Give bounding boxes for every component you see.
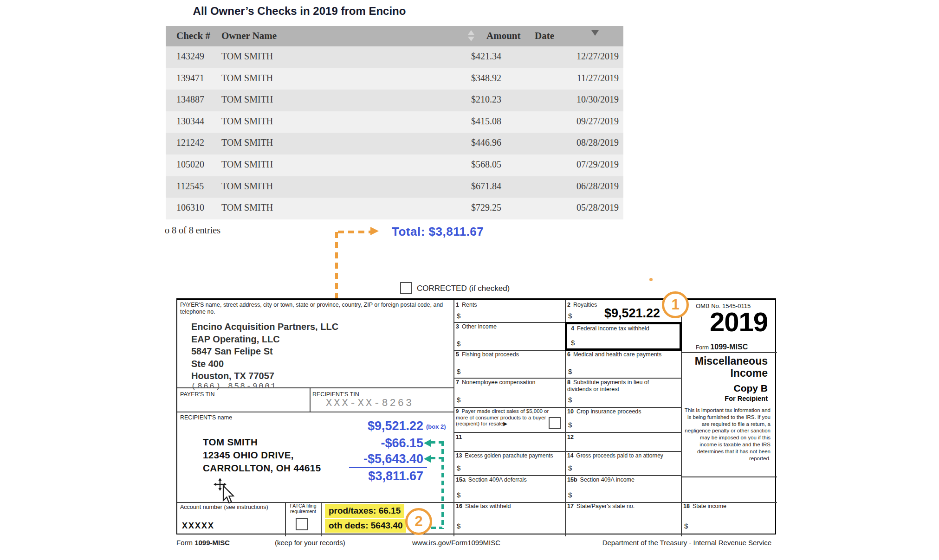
box9-label: 9Payer made direct sales of $5,000 or mo…	[456, 408, 555, 427]
table-cell: TOM SMITH	[221, 116, 273, 127]
table-cell: 10/30/2019	[556, 94, 619, 105]
orange-arrowhead-icon	[370, 227, 379, 235]
divider	[453, 300, 454, 536]
entries-label: o 8 of 8 entries	[165, 225, 220, 236]
table-cell: 139471	[176, 73, 204, 84]
divider	[453, 432, 681, 433]
green-arrowhead-icon	[424, 439, 431, 447]
table-cell: $729.25	[407, 202, 501, 213]
box15a-label: 15aSection 409A deferrals	[456, 476, 527, 483]
box17-label: 17State/Payer's state no.	[567, 503, 635, 510]
box1-label: 1Rents	[456, 302, 477, 309]
table-row: 130344TOM SMITH$415.0809/27/2019	[166, 111, 623, 133]
sort-descending-icon[interactable]	[591, 30, 599, 36]
payer-tin-label: PAYER'S TIN	[180, 391, 215, 398]
column-header-owner[interactable]: Owner Name	[221, 30, 277, 42]
box6-dollar: $	[568, 367, 572, 375]
divider	[321, 502, 322, 536]
total-label: Total: $3,811.67	[392, 225, 484, 239]
box13-dollar: $	[457, 464, 460, 472]
footer-irs-url: www.irs.gov/Form1099MISC	[412, 539, 500, 547]
recipient-tin-value: XXX-XX-8263	[326, 398, 414, 409]
table-row: 112545TOM SMITH$671.8406/28/2019	[166, 176, 623, 198]
table-cell: 11/27/2019	[556, 73, 619, 84]
calc-deductions-value: -$5,643.40	[297, 452, 423, 466]
table-row: 121242TOM SMITH$446.9608/28/2019	[166, 133, 623, 154]
sort-icon[interactable]	[468, 30, 474, 43]
table-cell: 130344	[176, 116, 204, 127]
table-row: 139471TOM SMITH$348.9211/27/2019	[166, 68, 623, 90]
table-cell: 05/28/2019	[556, 202, 619, 213]
box7-dollar: $	[457, 396, 460, 404]
table-cell: $568.05	[407, 159, 501, 170]
divider	[453, 475, 681, 476]
box2-royalties-value: $9,521.22	[586, 306, 660, 321]
recipient-notice: This is important tax information and is…	[684, 407, 771, 462]
callout-badge-1: 1	[662, 291, 689, 318]
orange-dashed-line	[338, 231, 370, 233]
box1-dollar: $	[457, 312, 460, 320]
table-cell: 09/27/2019	[556, 116, 619, 127]
box14-dollar: $	[568, 464, 572, 472]
table-cell: TOM SMITH	[221, 73, 273, 84]
box14-label: 14Gross proceeds paid to an attorney	[567, 452, 679, 459]
account-number-value: XXXXX	[182, 521, 214, 531]
copy-b-label: Copy B	[681, 383, 772, 394]
calc-taxes-value: -$66.15	[297, 436, 423, 451]
column-header-check[interactable]: Check #	[176, 30, 210, 42]
box8-dollar: $	[568, 396, 572, 404]
divider	[681, 352, 777, 353]
payer-address: Encino Acquisition Partners, LLC EAP Ope…	[191, 321, 338, 382]
table-header-row: Check # Owner Name Amount Date	[166, 26, 623, 46]
calc-net-total: $3,811.67	[297, 469, 423, 483]
box15b-label: 15bSection 409A income	[567, 476, 635, 483]
table-row: 134887TOM SMITH$210.2310/30/2019	[166, 90, 623, 111]
form-1099-misc: PAYER'S name, street address, city or to…	[176, 298, 776, 534]
checks-table: Check # Owner Name Amount Date 143249TOM…	[166, 26, 623, 219]
table-row: 105020TOM SMITH$568.0507/29/2019	[166, 154, 623, 176]
box5-dollar: $	[457, 367, 460, 375]
divider	[310, 387, 311, 412]
table-cell: 12/27/2019	[556, 51, 619, 62]
move-cursor-icon	[214, 478, 239, 506]
table-cell: TOM SMITH	[221, 181, 273, 192]
table-title: All Owner’s Checks in 2019 from Encino	[166, 5, 433, 18]
table-cell: $348.92	[407, 73, 501, 84]
table-cell: 06/28/2019	[556, 181, 619, 192]
table-cell: TOM SMITH	[221, 202, 273, 213]
green-dashed-line	[441, 441, 444, 529]
table-cell: 106310	[176, 202, 204, 213]
box3-label: 3Other income	[456, 323, 497, 330]
corrected-checkbox	[400, 282, 412, 294]
table-cell: 134887	[176, 94, 204, 105]
table-cell: 07/29/2019	[556, 159, 619, 170]
table-cell: TOM SMITH	[221, 94, 273, 105]
box4-highlight-border	[565, 322, 682, 351]
column-header-date[interactable]: Date	[535, 30, 554, 42]
recipient-tin-label: RECIPIENT'S TIN	[312, 391, 359, 398]
box11-label: 11	[456, 434, 465, 441]
table-cell: 105020	[176, 159, 204, 170]
table-row: 143249TOM SMITH$421.3412/27/2019	[166, 46, 623, 68]
box9-checkbox	[549, 417, 561, 429]
table-cell: 121242	[176, 137, 204, 148]
green-arrowhead-icon	[424, 455, 431, 463]
table-cell: $415.08	[407, 116, 501, 127]
fatca-checkbox	[296, 518, 308, 530]
box3-dollar: $	[457, 340, 460, 348]
highlight-prod-taxes: prod/taxes: 66.15	[325, 504, 404, 518]
table-cell: 08/28/2019	[556, 137, 619, 148]
divider	[453, 451, 681, 452]
orange-dot	[649, 278, 653, 281]
tax-year: 2019	[681, 309, 773, 335]
box16-dollar: $	[457, 522, 460, 530]
table-cell: $421.34	[407, 51, 501, 62]
recipient-name-label: RECIPIENT'S name	[180, 414, 232, 421]
table-cell: 112545	[176, 181, 204, 192]
column-header-amount[interactable]: Amount	[486, 30, 521, 42]
footer-keep-label: (keep for your records)	[275, 539, 345, 547]
box16-label: 16State tax withheld	[456, 503, 511, 510]
table-cell: $446.96	[407, 137, 501, 148]
box15a-dollar: $	[457, 491, 460, 499]
box10-label: 10Crop insurance proceeds	[567, 408, 679, 415]
